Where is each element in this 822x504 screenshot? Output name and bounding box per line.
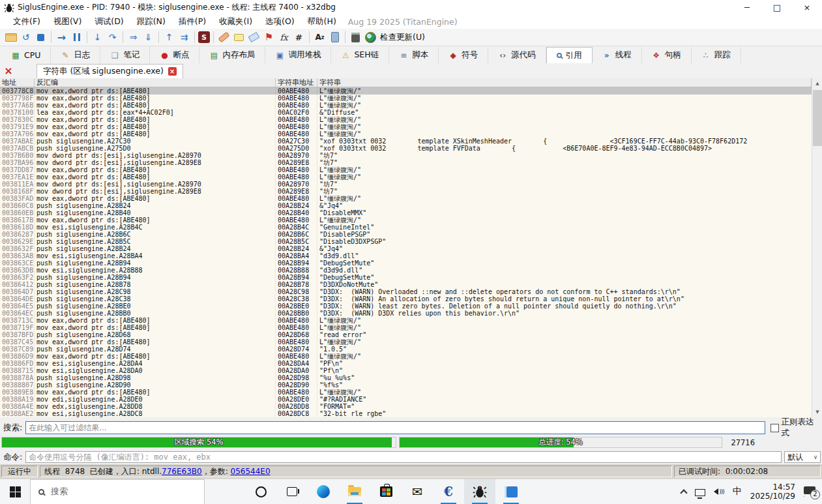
param-address-link[interactable]: 056544E0 — [231, 467, 271, 476]
table-row[interactable]: 0038713Cmov eax,dword ptr ds:[ABE480]00A… — [0, 317, 812, 324]
tab-source[interactable]: 源代码 — [488, 47, 546, 63]
tab-seh-chain[interactable]: SEH链 — [331, 47, 389, 63]
bookmark-icon[interactable]: ⚑ — [262, 31, 276, 44]
table-row[interactable]: 003860EBpush siglusengine.A28B4000A28B40… — [0, 209, 812, 216]
table-row[interactable]: 00388A4Emov edx,siglusengine.A28DD800A28… — [0, 403, 812, 410]
vertical-scrollbar[interactable]: ▲ ▼ — [812, 78, 822, 417]
notification-icon[interactable]: 2 — [804, 486, 815, 497]
close-tab-icon[interactable]: × — [168, 67, 177, 76]
table-row[interactable]: 00388807push siglusengine.A28D9000A28D90… — [0, 381, 812, 389]
table-row[interactable]: 00386287push siglusengine.A28B6C00A28B6C… — [0, 231, 812, 238]
menu-item-4[interactable]: 跟踪(N) — [130, 16, 172, 26]
menu-item-8[interactable]: 帮助(H) — [301, 16, 343, 26]
tray-chevron-up-icon[interactable] — [681, 489, 688, 496]
tab-script[interactable]: 脚本 — [389, 47, 439, 63]
tab-notes[interactable]: 笔记 — [100, 47, 150, 63]
table-row[interactable]: 003886D9mov eax,dword ptr ds:[ABE480]00A… — [0, 353, 812, 360]
tab-log[interactable]: 日志 — [51, 47, 100, 63]
clock[interactable]: 14:57 2025/10/29 — [750, 482, 795, 501]
taskbar-cortana[interactable] — [245, 479, 276, 504]
entry-address-link[interactable]: 776E63B0 — [162, 467, 202, 476]
maximize-button[interactable]: □ — [762, 0, 792, 15]
table-row[interactable]: 0038878Apush siglusengine.A28D9800A28D98… — [0, 374, 812, 381]
calculator-icon[interactable] — [349, 31, 362, 44]
table-row[interactable]: 00386412push siglusengine.A28B7800A28B78… — [0, 281, 812, 288]
menu-item-7[interactable]: 选项(O) — [259, 16, 301, 26]
network-icon[interactable] — [695, 489, 705, 496]
hash-icon[interactable]: # — [292, 31, 306, 44]
column-header-string-address[interactable]: 字符串地址 — [276, 78, 317, 87]
menu-item-3[interactable]: 调试(D) — [88, 16, 130, 26]
tab-references[interactable]: 引用 — [546, 47, 593, 63]
table-row[interactable]: 00378100lea eax,dword ptr ds:[eax*4+AC02… — [0, 109, 812, 116]
taskbar-app-window[interactable] — [495, 479, 527, 504]
table-row[interactable]: 0037DD87mov eax,dword ptr ds:[ABE480]00A… — [0, 166, 812, 173]
step-over-icon[interactable]: ↷ — [106, 31, 119, 44]
table-row[interactable]: 00387C45mov eax,dword ptr ds:[ABE480]00A… — [0, 338, 812, 346]
taskbar-search[interactable]: 搜索 — [30, 479, 205, 504]
table-row[interactable]: 0038168Fmov dword ptr ds:[esi],sigluseng… — [0, 188, 812, 195]
tab-strings-region[interactable]: 字符串 (区域 siglusengine.exe) × — [37, 64, 183, 78]
update-globe-icon[interactable] — [364, 31, 377, 44]
column-header-string[interactable]: 字符串 — [317, 78, 812, 87]
table-row[interactable]: 003791E9mov eax,dword ptr ds:[ABE480]00A… — [0, 123, 812, 130]
table-row[interactable]: 0037ABCBpush siglusengine.A275D000A275D0… — [0, 145, 812, 152]
preferences-icon[interactable] — [328, 31, 342, 44]
minimize-button[interactable]: ─ — [732, 0, 762, 15]
taskbar-cheat-engine[interactable]: € — [433, 479, 464, 504]
table-row[interactable]: 003863ABmov esi,siglusengine.A28BA400A28… — [0, 252, 812, 259]
table-row[interactable]: 003860C8push siglusengine.A28B2400A28B24… — [0, 202, 812, 209]
column-header-disassembly[interactable]: 反汇编 — [35, 78, 276, 87]
taskbar-x32dbg[interactable] — [464, 479, 495, 504]
table-row[interactable]: 00377A6Bmov eax,dword ptr ds:[ABE480]00A… — [0, 102, 812, 109]
patch-icon[interactable] — [217, 31, 231, 44]
table-row[interactable]: 00387BFDpush siglusengine.A28D6800A28D68… — [0, 331, 812, 338]
tab-cpu[interactable]: CPU — [1, 47, 51, 63]
table-row[interactable]: 00383FADmov eax,dword ptr ds:[ABE480]00A… — [0, 195, 812, 202]
speaker-icon[interactable] — [714, 488, 724, 495]
font-icon[interactable]: Az — [313, 31, 327, 44]
start-button[interactable] — [0, 479, 30, 504]
tab-threads[interactable]: 线程 — [593, 47, 642, 63]
scrollbar-thumb[interactable] — [813, 90, 822, 146]
regex-checkbox[interactable] — [771, 424, 779, 432]
table-row[interactable]: 0037B6B0mov dword ptr ds:[esi],sigluseng… — [0, 152, 812, 159]
close-button[interactable]: × — [792, 0, 822, 15]
command-profile-dropdown[interactable]: 默认 ∨ — [784, 451, 821, 463]
table-row[interactable]: 0038632Fpush siglusengine.A28B2400A28B24… — [0, 245, 812, 252]
table-row[interactable]: 0038629Epush siglusengine.A28B5C00A28B5C… — [0, 238, 812, 245]
function-icon[interactable]: fx — [277, 31, 291, 44]
table-row[interactable]: 0038719Fmov eax,dword ptr ds:[ABE480]00A… — [0, 324, 812, 331]
tab-memory-map[interactable]: 内存布局 — [199, 47, 265, 63]
label-icon[interactable] — [247, 31, 261, 44]
check-updates-label[interactable]: 检查更新(U) — [380, 32, 425, 43]
table-row[interactable]: 003864ECpush siglusengine.A28BB000A28BB0… — [0, 310, 812, 317]
attach-icon[interactable]: ⇉ — [177, 31, 191, 44]
table-row[interactable]: 003811EAmov dword ptr ds:[esi],sigluseng… — [0, 181, 812, 188]
table-row[interactable]: 00387C89push siglusengine.A28D7400A28D74… — [0, 346, 812, 353]
taskbar-store[interactable] — [370, 479, 402, 504]
table-row[interactable]: 003863F2push siglusengine.A28B9400A28B94… — [0, 274, 812, 281]
tab-call-stack[interactable]: 调用堆栈 — [265, 47, 331, 63]
run-to-icon[interactable]: ⇒ — [126, 31, 140, 44]
menu-item-6[interactable]: 收藏夹(I) — [213, 16, 259, 26]
run-icon[interactable]: → — [55, 31, 68, 44]
comment-icon[interactable] — [232, 31, 246, 44]
command-input[interactable] — [25, 451, 782, 463]
stop-icon[interactable] — [34, 31, 48, 44]
scylla-icon[interactable]: S — [198, 31, 210, 43]
table-row[interactable]: 0038617Bmov eax,dword ptr ds:[ABE480]00A… — [0, 216, 812, 224]
step-into-icon[interactable]: ↓ — [91, 31, 104, 44]
table-row[interactable]: 0037A706mov eax,dword ptr ds:[ABE480]00A… — [0, 130, 812, 138]
table-row[interactable]: 0037830Cmov eax,dword ptr ds:[ABE480]00A… — [0, 116, 812, 123]
menu-item-2[interactable]: 视图(V) — [47, 16, 88, 26]
table-row[interactable]: 0037EA1Emov eax,dword ptr ds:[ABE480]00A… — [0, 173, 812, 181]
taskbar-mail[interactable]: ✉ — [402, 479, 433, 504]
tab-trace[interactable]: 跟踪 — [692, 47, 741, 63]
ime-indicator[interactable]: 中 — [733, 486, 742, 497]
search-input[interactable] — [25, 421, 765, 434]
close-all-tabs-icon[interactable]: × — [0, 65, 17, 77]
table-row[interactable]: 003889E8mov eax,dword ptr ds:[ABE480]00A… — [0, 389, 812, 396]
table-row[interactable]: 0038618Dmov esi,siglusengine.A28B4C00A28… — [0, 224, 812, 231]
pause-icon[interactable] — [70, 31, 83, 44]
